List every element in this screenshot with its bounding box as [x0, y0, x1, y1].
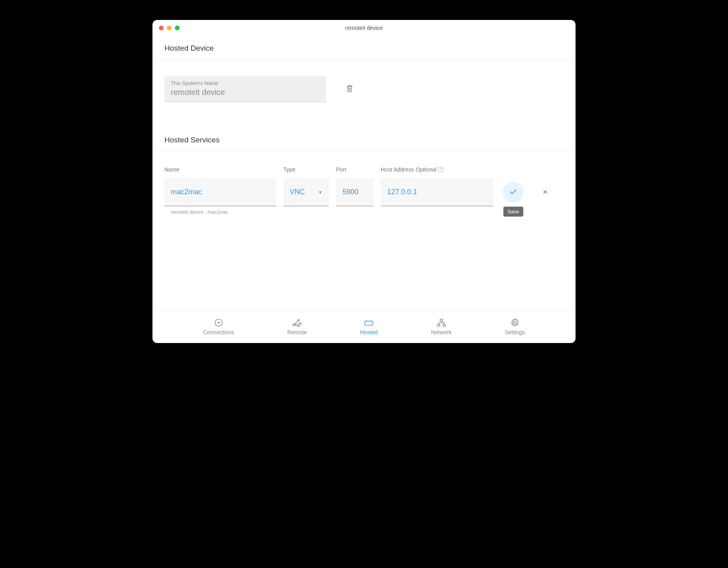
svg-line-8: [295, 321, 298, 324]
network-icon: [436, 318, 447, 327]
svg-line-10: [295, 325, 298, 326]
trash-icon: [346, 88, 353, 94]
service-type-select[interactable]: VNC ▼: [283, 178, 329, 206]
service-host-input[interactable]: [387, 188, 487, 196]
traffic-lights: [159, 26, 180, 30]
chevron-down-icon: ▼: [318, 190, 322, 195]
col-header-port: Port: [336, 166, 374, 173]
help-icon[interactable]: ?: [438, 167, 444, 173]
check-icon: [509, 187, 518, 197]
host-optional: Optional: [415, 166, 436, 173]
window-maximize-button[interactable]: [175, 26, 180, 30]
nav-network[interactable]: Network: [431, 318, 451, 335]
host-label: Host Address: [381, 166, 414, 173]
window-minimize-button[interactable]: [167, 26, 172, 30]
bottom-nav: Connections Remote: [152, 310, 576, 343]
nav-hosted-label: Hosted: [360, 329, 378, 335]
service-row: VNC ▼ Save: [164, 178, 564, 206]
svg-point-7: [298, 325, 299, 327]
svg-point-6: [300, 323, 301, 324]
hosted-device-header: Hosted Device: [152, 36, 576, 60]
cancel-button[interactable]: [540, 186, 550, 199]
service-name-field[interactable]: [164, 178, 276, 206]
col-header-host: Host Address Optional ?: [381, 166, 493, 173]
service-host-field[interactable]: [381, 178, 493, 206]
col-header-name: Name: [164, 166, 276, 173]
titlebar: remoteit device: [152, 20, 576, 36]
svg-rect-11: [365, 321, 373, 325]
nav-remote-label: Remote: [287, 329, 307, 335]
service-type-value: VNC: [290, 188, 305, 196]
delete-device-button[interactable]: [344, 82, 356, 96]
remote-icon: [292, 318, 302, 327]
svg-point-5: [298, 320, 299, 321]
system-name-value: remoteit device: [171, 88, 320, 97]
svg-line-9: [295, 323, 300, 325]
save-button[interactable]: Save: [503, 182, 524, 203]
svg-rect-16: [443, 324, 445, 326]
app-window: remoteit device Hosted Device This Syste…: [152, 20, 576, 343]
nav-hosted[interactable]: Hosted: [360, 318, 378, 335]
svg-rect-15: [437, 324, 440, 326]
window-title: remoteit device: [159, 25, 569, 31]
column-headers: Name Type Port Host Address Optional ?: [164, 166, 564, 173]
connections-icon: [214, 318, 224, 327]
service-name-input[interactable]: [171, 188, 270, 196]
system-name-label: This System's Name: [171, 80, 320, 86]
system-name-field[interactable]: This System's Name remoteit device: [164, 76, 326, 102]
nav-network-label: Network: [431, 329, 451, 335]
services-body: Name Type Port Host Address Optional ? V…: [152, 152, 576, 227]
service-port-field[interactable]: [336, 178, 374, 206]
nav-settings[interactable]: Settings: [505, 318, 525, 335]
svg-rect-14: [440, 319, 443, 321]
svg-point-21: [514, 321, 516, 324]
window-close-button[interactable]: [159, 26, 164, 30]
nav-settings-label: Settings: [505, 329, 525, 335]
hosted-services-header: Hosted Services: [152, 126, 576, 152]
svg-point-3: [218, 322, 219, 323]
settings-icon: [510, 318, 520, 327]
nav-connections-label: Connections: [203, 329, 234, 335]
service-port-input[interactable]: [342, 188, 367, 196]
device-row: This System's Name remoteit device: [152, 60, 576, 126]
nav-connections[interactable]: Connections: [203, 318, 234, 335]
save-tooltip: Save: [503, 207, 523, 217]
close-icon: [542, 188, 548, 197]
nav-remote[interactable]: Remote: [287, 318, 307, 335]
col-header-type: Type: [283, 166, 329, 173]
hosted-icon: [364, 318, 374, 327]
content-area: Hosted Device This System's Name remotei…: [152, 36, 576, 310]
